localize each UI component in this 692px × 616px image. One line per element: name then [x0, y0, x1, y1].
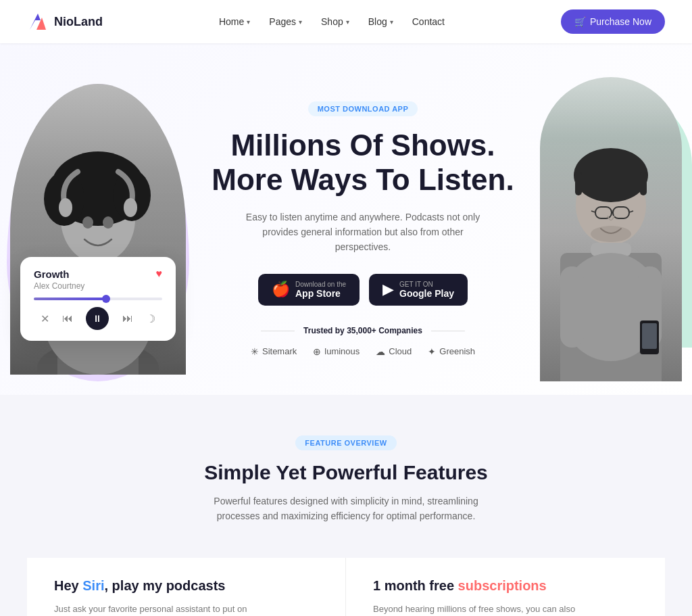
svg-rect-28: [560, 266, 584, 348]
prev-icon[interactable]: ⏮: [62, 312, 73, 325]
player-progress-bar[interactable]: [34, 298, 162, 300]
features-section: FEATURE OVERVIEW Simple Yet Powerful Fea…: [0, 395, 692, 616]
logo-icon: [27, 11, 49, 32]
brand-cloud: ☁ Cloud: [376, 346, 412, 357]
svg-point-25: [591, 226, 631, 242]
svg-rect-19: [640, 172, 647, 195]
next-icon[interactable]: ⏭: [122, 312, 133, 325]
play-button[interactable]: ⏸: [86, 307, 109, 330]
player-controls: ✕ ⏮ ⏸ ⏭ ☽: [34, 307, 162, 330]
google-play-text: GET IT ON Google Play: [399, 281, 454, 299]
greenish-icon: ✦: [428, 346, 436, 357]
sitemark-icon: ✳: [251, 346, 259, 357]
trusted-text: Trusted by 35,000+ Companies: [209, 326, 516, 335]
features-subtitle: Powerful features designed with simplici…: [204, 494, 488, 524]
feature-card-sub-title: 1 month free subscriptions: [373, 578, 638, 594]
app-store-button[interactable]: 🍎 Download on the App Store: [258, 274, 360, 306]
brand-greenish: ✦ Greenish: [428, 346, 475, 357]
svg-rect-31: [642, 323, 657, 349]
cloud-icon: ☁: [376, 346, 385, 357]
brand-sitemark: ✳ Sitemark: [251, 346, 297, 357]
svg-point-10: [59, 198, 72, 217]
most-download-badge: MOST DOWNLOAD APP: [308, 101, 418, 116]
player-progress-fill: [34, 298, 105, 300]
chevron-down-icon: ▾: [247, 18, 250, 26]
svg-point-17: [574, 148, 648, 202]
nav-shop[interactable]: Shop ▾: [321, 16, 349, 27]
shuffle-icon[interactable]: ✕: [41, 312, 49, 325]
cart-icon: 🛒: [574, 16, 586, 27]
svg-point-8: [82, 216, 93, 229]
brand-logos: ✳ Sitemark ⊕ luminous ☁ Cloud ✦ Greenish: [209, 346, 516, 357]
divider-right: [431, 331, 465, 331]
repeat-icon[interactable]: ☽: [146, 312, 155, 325]
feature-card-siri: Hey Siri, play my podcasts Just ask your…: [27, 558, 346, 616]
google-play-icon: ▶: [382, 281, 394, 298]
player-progress-dot: [102, 295, 110, 303]
chevron-down-icon: ▾: [346, 18, 349, 26]
feature-card-siri-text: Just ask your favorite personal assistan…: [54, 602, 270, 616]
features-badge: FEATURE OVERVIEW: [295, 435, 396, 450]
purchase-now-button[interactable]: 🛒 Purchase Now: [561, 9, 665, 34]
navbar: NioLand Home ▾ Pages ▾ Shop ▾ Blog ▾ Con…: [0, 0, 692, 43]
luminous-icon: ⊕: [313, 346, 321, 357]
hero-center-content: MOST DOWNLOAD APP Millions Of Shows. Mor…: [196, 101, 530, 356]
nav-links: Home ▾ Pages ▾ Shop ▾ Blog ▾ Contact: [219, 16, 445, 27]
logo[interactable]: NioLand: [27, 11, 103, 32]
nav-pages[interactable]: Pages ▾: [269, 16, 302, 27]
music-player-card: Growth ♥ Alex Courtney ✕ ⏮ ⏸ ⏭ ☽: [20, 257, 176, 341]
store-buttons: 🍎 Download on the App Store ▶ GET IT ON …: [209, 274, 516, 306]
nav-contact[interactable]: Contact: [412, 16, 445, 27]
app-store-text: Download on the App Store: [295, 281, 346, 299]
chevron-down-icon: ▾: [299, 18, 302, 26]
nav-blog[interactable]: Blog ▾: [368, 16, 393, 27]
features-title: Simple Yet Powerful Features: [27, 461, 665, 484]
divider-left: [261, 331, 295, 331]
svg-point-9: [103, 216, 114, 229]
svg-rect-18: [575, 172, 582, 195]
brand-name: NioLand: [54, 15, 103, 29]
player-artist: Alex Courtney: [34, 281, 162, 291]
svg-point-11: [124, 198, 137, 217]
nav-home[interactable]: Home ▾: [219, 16, 250, 27]
google-play-button[interactable]: ▶ GET IT ON Google Play: [369, 274, 468, 306]
features-grid: Hey Siri, play my podcasts Just ask your…: [27, 558, 665, 616]
chevron-down-icon: ▾: [390, 18, 393, 26]
apple-icon: 🍎: [272, 281, 290, 298]
hero-right-image-area: [530, 77, 692, 381]
person-right-svg: [540, 77, 682, 381]
feature-card-sub-text: Beyond hearing millions of free shows, y…: [373, 602, 589, 616]
player-song-title: Growth: [34, 268, 70, 280]
brand-luminous: ⊕ luminous: [313, 346, 360, 357]
hero-person-right-image: [540, 77, 682, 381]
feature-card-siri-title: Hey Siri, play my podcasts: [54, 578, 318, 594]
hero-section: Growth ♥ Alex Courtney ✕ ⏮ ⏸ ⏭ ☽ MOS: [0, 43, 692, 395]
hero-subtitle: Easy to listen anytime and anywhere. Pod…: [241, 210, 485, 255]
feature-card-subscriptions: 1 month free subscriptions Beyond hearin…: [346, 558, 665, 616]
hero-title: Millions Of Shows. More Ways To Listen.: [209, 128, 516, 197]
features-badge-wrapper: FEATURE OVERVIEW: [27, 435, 665, 450]
player-title-row: Growth ♥: [34, 268, 162, 280]
hero-left-image-area: Growth ♥ Alex Courtney ✕ ⏮ ⏸ ⏭ ☽: [0, 84, 196, 375]
heart-icon[interactable]: ♥: [156, 268, 163, 280]
